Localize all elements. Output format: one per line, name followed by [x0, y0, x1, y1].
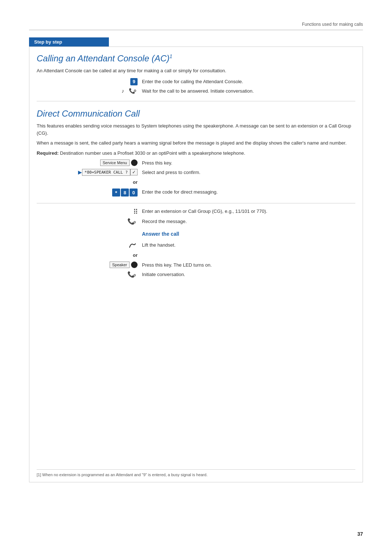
- answer-call-icon-cell: [37, 227, 142, 227]
- section1-title: Calling an Attendant Console (AC)1: [37, 53, 355, 64]
- code-key-8: 8: [121, 189, 129, 197]
- svg-text:♪: ♪: [122, 88, 124, 94]
- menu-item-text: Select and press to confirm.: [142, 168, 355, 176]
- phone-gear-icon: 📞 ⚙: [129, 88, 138, 94]
- section1-step1: 9 Enter the code for calling the Attenda…: [37, 77, 355, 85]
- lift-handset-icon: [128, 242, 138, 249]
- section1-step2: ♪ 📞 ⚙ Wait for the call to be answered. …: [37, 87, 355, 95]
- svg-text:⚙: ⚙: [133, 220, 136, 224]
- phone-small-icon-1: 📞 ⚙: [127, 218, 138, 225]
- initiate-step: 📞 ⚙ Initiate conversation.: [37, 270, 355, 278]
- page-number: 37: [357, 531, 363, 537]
- or-row-1: or: [37, 177, 355, 186]
- section-divider-1: [37, 101, 355, 101]
- initiate-icon-cell: 📞 ⚙: [37, 270, 142, 278]
- lift-handset-step: Lift the handset.: [37, 241, 355, 249]
- grid-icon: ⠿: [133, 208, 138, 216]
- header-text: Functions used for making calls: [302, 22, 363, 27]
- section2-desc2: When a message is sent, the called party…: [37, 139, 355, 147]
- section1-desc: An Attendant Console can be called at an…: [37, 67, 355, 74]
- service-menu-text: Press this key.: [142, 159, 355, 167]
- lift-handset-text: Lift the handset.: [142, 241, 355, 249]
- music-phone-icon: ♪ 📞 ⚙: [122, 88, 138, 94]
- section2-title: Direct Communication Call: [37, 109, 355, 119]
- svg-text:⚙: ⚙: [134, 89, 136, 93]
- section1-step1-icon: 9: [37, 77, 142, 85]
- section2-required: Required: Destination number uses a Prof…: [37, 150, 355, 157]
- answer-call-row: Answer the call: [37, 227, 355, 239]
- checkmark-box: ✓: [130, 169, 138, 175]
- service-menu-key: Service Menu: [100, 159, 130, 166]
- code-key-0: 0: [130, 189, 138, 197]
- speaker-step-text: Press this key. The LED turns on.: [142, 261, 355, 269]
- or-text-1: or: [133, 179, 138, 185]
- menu-item-icon-cell: ▶ *80=SPEAKER CALL ? ✓: [37, 168, 142, 176]
- page-header: Functions used for making calls: [29, 22, 363, 30]
- music-note-icon: ♪: [122, 88, 128, 94]
- lift-handset-icon-cell: [37, 241, 142, 249]
- or-icon-cell-1: or: [37, 177, 142, 186]
- menu-item-step: ▶ *80=SPEAKER CALL ? ✓ Select and press …: [37, 168, 355, 176]
- section2-desc1: This features enables sending voice mess…: [37, 122, 355, 137]
- record-step: 📞 ⚙ Record the message.: [37, 217, 355, 225]
- speaker-step: Speaker Press this key. The LED turns on…: [37, 261, 355, 269]
- section1-step2-text: Wait for the call to be answered. Initia…: [142, 87, 355, 95]
- or-row-2: or: [37, 250, 355, 259]
- footnote: [1] When no extension is programmed as a…: [37, 469, 355, 477]
- initiate-step-text: Initiate conversation.: [142, 270, 355, 278]
- step-by-step-banner: Step by step: [29, 37, 109, 46]
- arrow-right-icon: ▶: [78, 169, 82, 175]
- service-menu-circle: [131, 159, 138, 166]
- code-keys-box: * 8 0: [112, 189, 138, 197]
- code-keys-text: Enter the code for direct messaging.: [142, 188, 355, 196]
- section1-step1-text: Enter the code for calling the Attendant…: [142, 77, 355, 85]
- grid-step-text: Enter an extension or Call Group (CG), e…: [142, 207, 355, 215]
- grid-step: ⠿ Enter an extension or Call Group (CG),…: [37, 207, 355, 216]
- section-divider-2: [37, 203, 355, 203]
- speaker-icon-cell: Speaker: [37, 261, 142, 268]
- speaker-circle: [131, 262, 138, 268]
- phone-small-icon-2: 📞 ⚙: [127, 271, 138, 278]
- answer-call-label: Answer the call: [142, 230, 355, 238]
- section1-step2-icon: ♪ 📞 ⚙: [37, 87, 142, 94]
- page-container: Functions used for making calls Step by …: [0, 0, 392, 555]
- svg-text:⚙: ⚙: [133, 274, 136, 277]
- code-key-star: *: [112, 189, 120, 197]
- speaker-key: Speaker: [110, 262, 130, 268]
- code-keys-step: * 8 0 Enter the code for direct messagin…: [37, 188, 355, 197]
- menu-item-key: *80=SPEAKER CALL ?: [82, 169, 130, 176]
- or-icon-cell-2: or: [37, 250, 142, 259]
- record-step-text: Record the message.: [142, 217, 355, 225]
- service-menu-step: Service Menu Press this key.: [37, 159, 355, 167]
- num-badge-9: 9: [130, 78, 138, 85]
- service-menu-icon-cell: Service Menu: [37, 159, 142, 166]
- content-box: Calling an Attendant Console (AC)1 An At…: [29, 46, 363, 482]
- grid-icon-cell: ⠿: [37, 207, 142, 216]
- record-icon-cell: 📞 ⚙: [37, 217, 142, 225]
- or-text-2: or: [133, 252, 138, 258]
- right-col: Calling an Attendant Console (AC)1 An At…: [29, 47, 363, 482]
- code-keys-icon-cell: * 8 0: [37, 188, 142, 197]
